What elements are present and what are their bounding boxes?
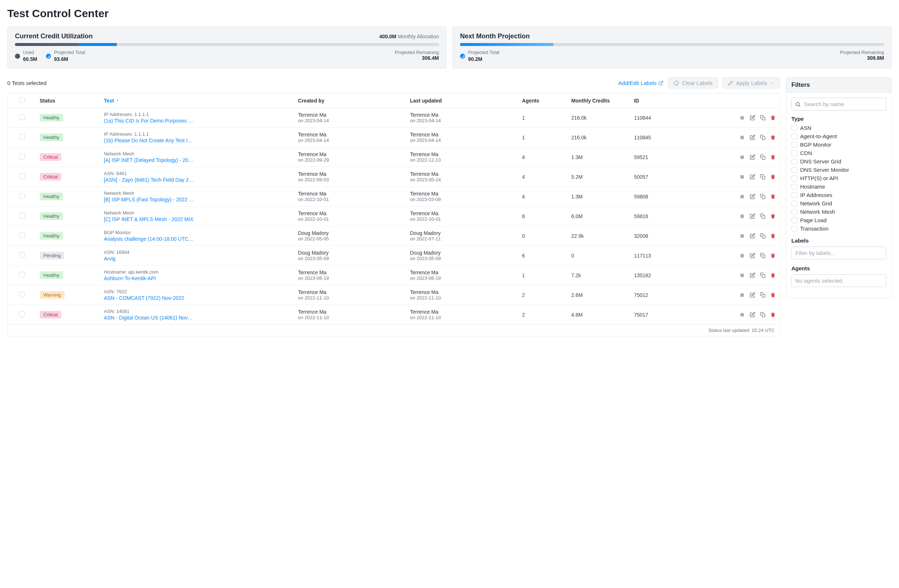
trash-icon[interactable]	[769, 193, 776, 200]
test-link[interactable]: [C] ISP INET & MPLS Mesh - 2022 MIX	[104, 216, 195, 222]
filter-type-item[interactable]: DNS Server Monitor	[791, 167, 886, 173]
col-test[interactable]: Test	[100, 93, 294, 108]
row-checkbox[interactable]	[19, 193, 25, 199]
test-link[interactable]: Arvig	[104, 256, 195, 262]
filter-type-item[interactable]: CDN	[791, 150, 886, 156]
filter-type-item[interactable]: Agent-to-Agent	[791, 133, 886, 139]
filter-checkbox[interactable]	[791, 142, 797, 148]
pause-icon[interactable]	[739, 252, 745, 259]
add-edit-labels-link[interactable]: Add/Edit Labels	[618, 80, 663, 86]
pause-icon[interactable]	[739, 213, 745, 219]
filter-checkbox[interactable]	[791, 184, 797, 190]
test-link[interactable]: ASN - Digital Ocean US (14061) Nov-2022	[104, 315, 195, 321]
trash-icon[interactable]	[769, 292, 776, 298]
pause-icon[interactable]	[739, 193, 745, 200]
filter-checkbox[interactable]	[791, 226, 797, 231]
edit-icon[interactable]	[749, 193, 755, 200]
row-checkbox[interactable]	[19, 252, 25, 258]
pause-icon[interactable]	[739, 292, 745, 298]
apply-labels-button[interactable]: Apply Labels	[722, 77, 780, 89]
filter-checkbox[interactable]	[791, 134, 797, 139]
col-status[interactable]: Status	[36, 93, 100, 108]
copy-icon[interactable]	[759, 213, 766, 219]
filter-checkbox[interactable]	[791, 209, 797, 215]
test-link[interactable]: (1a) This CID Is For Demo Purposes Only	[104, 118, 195, 123]
row-checkbox[interactable]	[19, 134, 25, 140]
copy-icon[interactable]	[759, 312, 766, 318]
row-checkbox[interactable]	[19, 173, 25, 179]
col-agents[interactable]: Agents	[519, 93, 568, 108]
edit-icon[interactable]	[749, 252, 755, 259]
copy-icon[interactable]	[759, 154, 766, 161]
trash-icon[interactable]	[769, 154, 776, 161]
pause-icon[interactable]	[739, 312, 745, 318]
copy-icon[interactable]	[759, 134, 766, 141]
filter-checkbox[interactable]	[791, 125, 797, 131]
edit-icon[interactable]	[749, 233, 755, 239]
col-id[interactable]: ID	[630, 93, 690, 108]
agents-filter-input[interactable]	[791, 274, 886, 287]
edit-icon[interactable]	[749, 114, 755, 121]
copy-icon[interactable]	[759, 292, 766, 298]
test-link[interactable]: ASN - COMCAST (7922) Nov-2022	[104, 295, 195, 301]
filter-type-item[interactable]: Network Mesh	[791, 208, 886, 215]
filter-checkbox[interactable]	[791, 218, 797, 223]
edit-icon[interactable]	[749, 213, 755, 219]
trash-icon[interactable]	[769, 252, 776, 259]
row-checkbox[interactable]	[19, 232, 25, 238]
copy-icon[interactable]	[759, 174, 766, 180]
edit-icon[interactable]	[749, 312, 755, 318]
col-credits[interactable]: Monthly Credits	[568, 93, 630, 108]
copy-icon[interactable]	[759, 272, 766, 279]
filter-type-item[interactable]: BGP Monitor	[791, 142, 886, 148]
pause-icon[interactable]	[739, 134, 745, 141]
filter-checkbox[interactable]	[791, 201, 797, 207]
col-created-by[interactable]: Created by	[294, 93, 406, 108]
test-link[interactable]: (1b) Please Do Not Create Any Test In T.…	[104, 137, 195, 144]
filter-type-item[interactable]: ASN	[791, 125, 886, 131]
row-checkbox[interactable]	[19, 213, 25, 219]
trash-icon[interactable]	[769, 174, 776, 180]
test-link[interactable]: [A] ISP INET (Delayed Topology) - 2022 I…	[104, 157, 195, 163]
edit-icon[interactable]	[749, 272, 755, 279]
row-checkbox[interactable]	[19, 311, 25, 317]
test-link[interactable]: [ASN] - Zayo (6461) Tech Field Day 2022.…	[104, 177, 195, 183]
edit-icon[interactable]	[749, 292, 755, 298]
row-checkbox[interactable]	[19, 114, 25, 120]
pause-icon[interactable]	[739, 114, 745, 121]
edit-icon[interactable]	[749, 154, 755, 161]
pause-icon[interactable]	[739, 174, 745, 180]
col-last-updated[interactable]: Last updated	[406, 93, 519, 108]
edit-icon[interactable]	[749, 134, 755, 141]
test-link[interactable]: [B] ISP MPLS (Fast Topology) - 2022 MPLS	[104, 197, 195, 202]
filter-type-item[interactable]: Page Load	[791, 217, 886, 223]
trash-icon[interactable]	[769, 272, 776, 279]
trash-icon[interactable]	[769, 134, 776, 141]
pause-icon[interactable]	[739, 272, 745, 279]
copy-icon[interactable]	[759, 233, 766, 239]
copy-icon[interactable]	[759, 114, 766, 121]
filter-checkbox[interactable]	[791, 159, 797, 165]
select-all-checkbox[interactable]	[19, 97, 25, 103]
row-checkbox[interactable]	[19, 154, 25, 159]
row-checkbox[interactable]	[19, 292, 25, 297]
copy-icon[interactable]	[759, 193, 766, 200]
search-input[interactable]	[791, 98, 886, 111]
copy-icon[interactable]	[759, 252, 766, 259]
trash-icon[interactable]	[769, 312, 776, 318]
filter-checkbox[interactable]	[791, 192, 797, 198]
filter-type-item[interactable]: IP Addresses	[791, 192, 886, 198]
test-link[interactable]: Analysis challenge (14:00-18:00 UTC, 2..…	[104, 236, 195, 242]
trash-icon[interactable]	[769, 233, 776, 239]
pause-icon[interactable]	[739, 154, 745, 161]
filter-type-item[interactable]: Network Grid	[791, 200, 886, 207]
labels-filter-input[interactable]	[791, 247, 886, 259]
filter-type-item[interactable]: Transaction	[791, 225, 886, 231]
filter-type-item[interactable]: HTTP(S) or API	[791, 175, 886, 181]
filter-checkbox[interactable]	[791, 150, 797, 156]
clear-labels-button[interactable]: Clear Labels	[668, 77, 718, 89]
filter-type-item[interactable]: Hostname	[791, 184, 886, 190]
row-checkbox[interactable]	[19, 272, 25, 278]
filter-checkbox[interactable]	[791, 176, 797, 181]
trash-icon[interactable]	[769, 114, 776, 121]
